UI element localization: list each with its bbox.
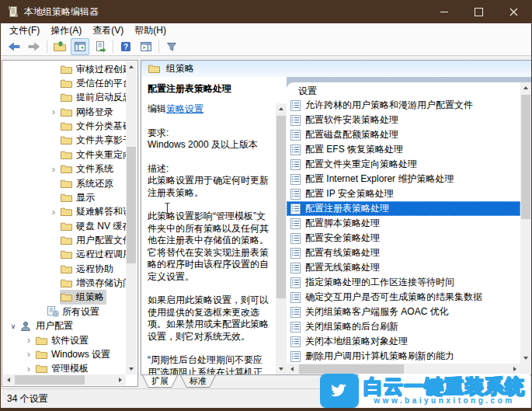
settings-list-item[interactable]: 配置磁盘配额策略处理 [287, 127, 520, 142]
scroll-right-arrow[interactable] [509, 364, 520, 374]
close-button[interactable] [496, 0, 531, 23]
settings-list-item[interactable]: 配置软件安装策略处理 [287, 113, 520, 127]
expand-arrow-icon[interactable]: › [23, 350, 35, 358]
tree-item-icon [61, 135, 73, 146]
policy-doc-icon [290, 292, 301, 303]
tree-item[interactable]: › 文件系统 [2, 162, 127, 176]
minimize-button[interactable] [426, 0, 461, 23]
tree-item[interactable]: 文件分类基础结构 [2, 119, 127, 133]
settings-list-item[interactable]: 配置文件夹重定向策略处理 [287, 157, 520, 172]
settings-list-item[interactable]: 关闭组策略的后台刷新 [287, 319, 520, 334]
export-list-button[interactable] [91, 38, 110, 55]
tree-item-icon [36, 349, 48, 360]
tree-vertical-scrollbar[interactable] [126, 61, 137, 374]
show-console-tree-button[interactable] [71, 38, 89, 55]
tree-item[interactable]: 审核过程创建 [2, 62, 127, 76]
expand-arrow-icon[interactable]: › [47, 165, 60, 173]
expand-arrow-icon[interactable]: ∨ [7, 322, 19, 330]
tree-item[interactable]: ∨ 用户配置 [2, 319, 127, 333]
policy-setting-link[interactable]: 策略设置 [166, 103, 203, 114]
description-paragraph: 此策略设置影响“管理模板”文件夹中的所有策略以及任何其他在注册表中存储值的策略。… [148, 211, 271, 283]
settings-list-item[interactable]: 配置无线策略处理 [287, 260, 520, 275]
filter-button[interactable] [162, 38, 181, 55]
menu-item[interactable]: 操作(A) [45, 23, 87, 37]
scroll-up-arrow[interactable] [276, 103, 287, 114]
scroll-left-arrow[interactable] [287, 364, 297, 374]
up-one-level-button[interactable] [50, 38, 69, 55]
requirements-value: Windows 2000 及以上版本 [148, 139, 271, 152]
tree-item[interactable]: 文件共享影子副本提供程序 [2, 134, 127, 148]
tree-item[interactable]: › 网络登录 [2, 105, 127, 119]
expand-arrow-icon[interactable]: › [47, 208, 60, 216]
scroll-up-arrow[interactable] [520, 82, 531, 93]
menu-item[interactable]: 帮助(H) [129, 23, 172, 37]
maximize-button[interactable] [461, 0, 496, 23]
help-button[interactable]: ? [116, 38, 135, 55]
tree-item[interactable]: 系统还原 [2, 176, 127, 190]
scrollbar-thumb[interactable] [127, 147, 136, 263]
watermark-title: 白云一键重装系统 [363, 376, 525, 396]
settings-list-item[interactable]: 配置 EFS 恢复策略处理 [287, 142, 520, 157]
scroll-down-arrow[interactable] [126, 364, 137, 374]
tree-horizontal-scrollbar[interactable] [3, 374, 126, 385]
show-action-pane-button[interactable] [137, 38, 155, 55]
policy-doc-icon [290, 307, 301, 318]
tab-extended[interactable]: 扩展 [142, 375, 178, 388]
tree-item[interactable]: 显示 [2, 190, 127, 204]
tree-item[interactable]: 用户配置文件 [2, 233, 127, 247]
scrollbar-thumb[interactable] [521, 95, 530, 219]
settings-list-item[interactable]: 配置注册表策略处理 [287, 201, 520, 216]
expand-arrow-icon[interactable]: › [23, 336, 35, 344]
settings-column-header[interactable]: 设置 [298, 84, 317, 98]
tree-item[interactable]: 硬盘 NV 缓存 [2, 219, 127, 233]
statusbar-text: 34 个设置 [7, 392, 48, 406]
settings-list-item[interactable]: 配置脚本策略处理 [287, 216, 520, 231]
scrollbar-thumb[interactable] [276, 116, 286, 298]
tree-item[interactable]: 远程协助 [2, 262, 127, 276]
scrollbar-thumb[interactable] [15, 375, 85, 385]
scroll-left-arrow[interactable] [3, 374, 14, 385]
expand-arrow-icon[interactable]: › [23, 365, 35, 373]
forward-icon [28, 40, 40, 53]
settings-list-item[interactable]: 确定交互用户是否可生成策略的结果集数据 [287, 290, 520, 305]
expand-arrow-icon[interactable]: › [47, 108, 60, 116]
scroll-down-arrow[interactable] [520, 353, 531, 364]
settings-list-item[interactable]: 关闭本地组策略对象处理 [287, 334, 520, 349]
tree-item[interactable]: 提前启动反恶意软件 [2, 91, 127, 105]
scrollbar-thumb[interactable] [299, 364, 404, 374]
tree-item[interactable]: 增强存储访问 [2, 276, 127, 290]
scroll-up-arrow[interactable] [126, 61, 137, 72]
menu-item[interactable]: 文件(F) [4, 23, 45, 37]
policy-title: 配置注册表策略处理 [141, 77, 287, 96]
tree-item[interactable]: 受信任的平台模块服务 [2, 76, 127, 90]
tree-item[interactable]: 文件夹重定向 [2, 148, 127, 162]
list-vertical-scrollbar[interactable] [520, 82, 531, 364]
settings-list-item[interactable]: 关闭组策略客户端服务 AOAC 优化 [287, 305, 520, 319]
scroll-right-arrow[interactable] [115, 374, 126, 385]
settings-list-item[interactable]: 配置有线策略处理 [287, 246, 520, 260]
settings-list-item[interactable]: 删除用户调用计算机策略刷新的能力 [287, 349, 520, 364]
description-scrollbar[interactable] [276, 103, 287, 374]
tree-item[interactable]: 组策略 [2, 291, 127, 305]
tree-item[interactable]: › 疑难解答和诊断 [2, 205, 127, 219]
scroll-down-arrow[interactable] [276, 364, 287, 374]
settings-list-item[interactable]: 配置 IP 安全策略处理 [287, 186, 520, 201]
tree-item[interactable]: › 管理模板 [2, 362, 127, 374]
tree-item-label: 受信任的平台模块服务 [76, 77, 127, 90]
tree-item[interactable]: 所有设置 [2, 305, 127, 319]
tree-item[interactable]: › Windows 设置 [2, 347, 127, 361]
settings-list-item[interactable]: 配置 Internet Explorer 维护策略处理 [287, 172, 520, 186]
settings-list-item[interactable]: 配置安全策略处理 [287, 231, 520, 246]
forward-button[interactable] [25, 38, 43, 55]
settings-list-item[interactable]: 指定策略处理的工作区连接等待时间 [287, 275, 520, 290]
menu-item[interactable]: 查看(V) [87, 23, 129, 37]
tab-standard[interactable]: 标准 [180, 375, 216, 388]
policy-doc-icon [290, 115, 301, 126]
settings-list-item[interactable]: 允许跨林的用户策略和漫游用户配置文件 [287, 98, 520, 113]
tree-items: 审核过程创建 受信任的平台模块服务 提前启动反恶意软件 › 网络登录 文件分类基… [2, 62, 127, 374]
tree-item[interactable]: 远程过程调用 [2, 248, 127, 262]
tree-item-label: 所有设置 [62, 305, 99, 319]
list-horizontal-scrollbar[interactable] [287, 364, 520, 374]
tree-item[interactable]: › 软件设置 [2, 333, 127, 347]
back-button[interactable] [5, 38, 23, 55]
